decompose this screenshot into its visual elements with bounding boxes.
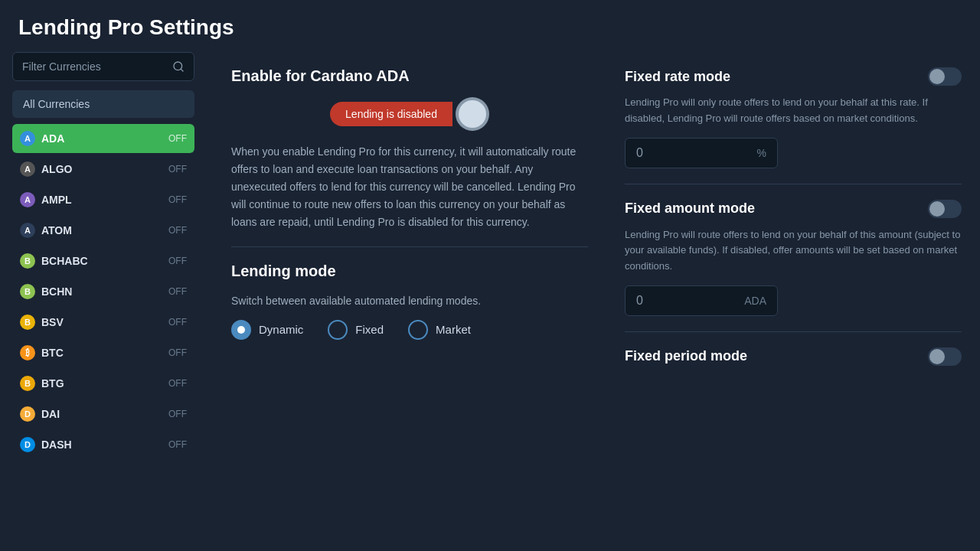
lending-mode-description: Switch between available automated lendi…	[231, 292, 588, 310]
currency-label-dash: DASH	[41, 439, 72, 451]
main-content: Enable for Cardano ADA Lending is disabl…	[207, 52, 612, 548]
currency-status-bchabc: OFF	[168, 256, 187, 266]
radio-label-fixed: Fixed	[355, 323, 384, 336]
search-box[interactable]	[12, 52, 194, 81]
fixed-amount-input-box: ADA	[625, 285, 778, 316]
currency-status-ada: OFF	[168, 133, 187, 144]
fixed-period-section: Fixed period mode	[625, 332, 962, 390]
fixed-rate-section: Fixed rate mode Lending Pro will only ro…	[625, 52, 962, 184]
currency-status-btg: OFF	[168, 378, 187, 389]
fixed-rate-input-box: %	[625, 138, 778, 168]
search-input[interactable]	[22, 60, 166, 73]
currency-icon-btg: B	[20, 376, 35, 391]
currency-list: AADAOFFAALGOOFFAAMPLOFFAATOMOFFBBCHABCOF…	[12, 124, 194, 459]
fixed-rate-desc: Lending Pro will only route offers to le…	[625, 95, 962, 127]
radio-label-market: Market	[436, 323, 471, 336]
currency-item-algo[interactable]: AALGOOFF	[12, 155, 194, 184]
currency-icon-bchn: B	[20, 284, 35, 299]
currency-icon-dai: D	[20, 406, 35, 422]
currency-item-ada[interactable]: AADAOFF	[12, 124, 194, 153]
currency-status-dai: OFF	[168, 409, 187, 419]
fixed-rate-input[interactable]	[636, 146, 757, 160]
fixed-rate-unit: %	[757, 147, 766, 159]
fixed-amount-toggle[interactable]	[928, 200, 962, 218]
svg-line-1	[181, 69, 183, 71]
currency-label-bsv: BSV	[41, 316, 64, 328]
radio-label-dynamic: Dynamic	[259, 323, 303, 336]
currency-label-algo: ALGO	[41, 163, 72, 175]
fixed-rate-toggle[interactable]	[928, 67, 962, 86]
search-icon	[172, 60, 185, 73]
radio-circle-fixed	[328, 320, 348, 340]
currency-item-bchn[interactable]: BBCHNOFF	[12, 277, 194, 306]
toggle-knob	[459, 100, 486, 128]
currency-icon-bsv: B	[20, 315, 35, 330]
radio-option-market[interactable]: Market	[408, 320, 471, 340]
radio-circle-market	[408, 320, 428, 340]
currency-icon-ada: A	[20, 131, 35, 146]
currency-status-bchn: OFF	[168, 286, 187, 297]
lending-mode-title: Lending mode	[231, 262, 588, 280]
currency-label-ada: ADA	[41, 132, 64, 145]
enable-section: Enable for Cardano ADA Lending is disabl…	[231, 52, 588, 247]
currency-status-bsv: OFF	[168, 317, 187, 328]
currency-label-btc: BTC	[41, 347, 64, 359]
currency-item-dai[interactable]: DDAIOFF	[12, 399, 194, 429]
currency-item-dash[interactable]: DDASHOFF	[12, 430, 194, 459]
fixed-amount-section: Fixed amount mode Lending Pro will route…	[625, 184, 962, 332]
fixed-period-toggle[interactable]	[928, 347, 962, 366]
radio-option-dynamic[interactable]: Dynamic	[231, 320, 303, 340]
currency-icon-algo: A	[20, 161, 35, 177]
disabled-badge: Lending is disabled	[330, 102, 452, 126]
fixed-rate-toggle-knob	[929, 69, 945, 84]
currency-label-ampl: AMPL	[41, 194, 72, 206]
currency-label-dai: DAI	[41, 408, 60, 420]
currency-item-btc[interactable]: ₿BTCOFF	[12, 338, 194, 367]
currency-status-ampl: OFF	[168, 194, 187, 205]
radio-circle-dynamic	[231, 320, 251, 340]
enable-section-title: Enable for Cardano ADA	[231, 67, 588, 85]
currency-item-bchabc[interactable]: BBCHABCOFF	[12, 246, 194, 276]
currency-icon-ampl: A	[20, 192, 35, 207]
fixed-amount-input[interactable]	[636, 294, 744, 308]
sidebar: All Currencies AADAOFFAALGOOFFAAMPLOFFAA…	[0, 52, 207, 548]
currency-status-algo: OFF	[168, 164, 187, 174]
radio-group: DynamicFixedMarket	[231, 320, 588, 340]
lending-mode-section: Lending mode Switch between available au…	[231, 247, 588, 354]
enable-toggle[interactable]	[456, 97, 489, 131]
fixed-rate-title: Fixed rate mode	[625, 69, 730, 85]
fixed-amount-title: Fixed amount mode	[625, 201, 755, 217]
currency-item-bsv[interactable]: BBSVOFF	[12, 308, 194, 337]
currency-status-btc: OFF	[168, 347, 187, 358]
currency-item-atom[interactable]: AATOMOFF	[12, 216, 194, 245]
currency-icon-dash: D	[20, 437, 35, 452]
fixed-period-title: Fixed period mode	[625, 348, 747, 364]
currency-icon-atom: A	[20, 223, 35, 238]
right-panel: Fixed rate mode Lending Pro will only ro…	[612, 52, 980, 548]
fixed-amount-unit: ADA	[744, 295, 766, 307]
currency-status-dash: OFF	[168, 439, 187, 450]
page-title: Lending Pro Settings	[0, 0, 980, 52]
currency-item-btg[interactable]: BBTGOFF	[12, 369, 194, 398]
currency-item-ampl[interactable]: AAMPLOFF	[12, 185, 194, 214]
all-currencies-button[interactable]: All Currencies	[12, 90, 194, 118]
fixed-period-toggle-knob	[929, 349, 945, 364]
enable-description: When you enable Lending Pro for this cur…	[231, 143, 588, 231]
radio-option-fixed[interactable]: Fixed	[328, 320, 384, 340]
currency-label-bchabc: BCHABC	[41, 255, 88, 267]
currency-label-bchn: BCHN	[41, 285, 72, 298]
fixed-amount-desc: Lending Pro will route offers to lend on…	[625, 227, 962, 275]
currency-label-btg: BTG	[41, 377, 64, 390]
fixed-amount-toggle-knob	[929, 201, 945, 217]
currency-icon-btc: ₿	[20, 345, 35, 360]
currency-label-atom: ATOM	[41, 224, 72, 236]
currency-icon-bchabc: B	[20, 253, 35, 269]
currency-status-atom: OFF	[168, 225, 187, 236]
